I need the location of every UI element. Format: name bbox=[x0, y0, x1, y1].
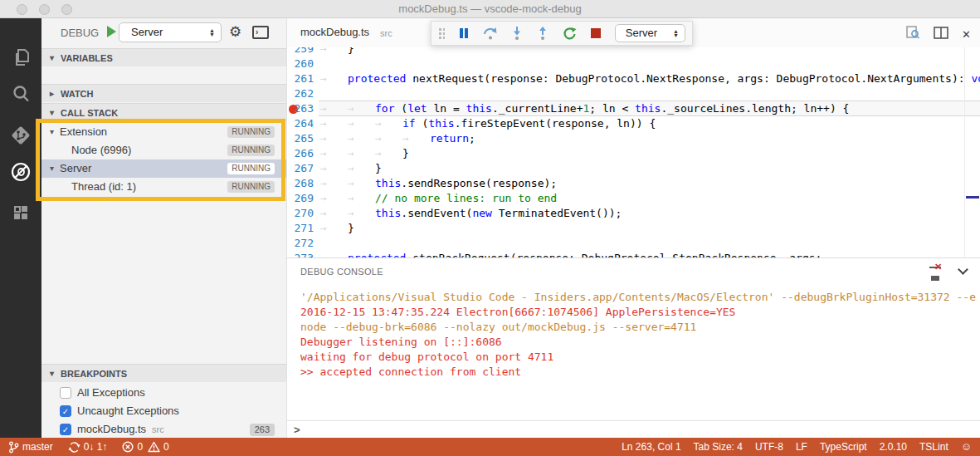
restart-button[interactable] bbox=[562, 26, 577, 41]
configure-gear-icon[interactable]: ⚙ bbox=[229, 24, 241, 41]
errors-item[interactable]: 0 bbox=[122, 438, 143, 456]
line-number: 268 bbox=[287, 176, 314, 191]
toggle-debug-console-icon[interactable]: › bbox=[252, 26, 269, 39]
debug-session-dropdown[interactable]: Server ▲▼ bbox=[615, 24, 685, 42]
call-stack-label: Node (6996) bbox=[71, 141, 131, 159]
console-input-row[interactable]: > bbox=[287, 420, 980, 439]
code-line: 269→→// no more lines: run to end bbox=[287, 191, 980, 206]
line-number: 269 bbox=[287, 191, 314, 206]
section-header-watch[interactable]: ▸ WATCH bbox=[41, 84, 286, 102]
tab-size-indicator[interactable]: Tab Size: 4 bbox=[694, 438, 743, 456]
eol-indicator[interactable]: LF bbox=[796, 438, 807, 456]
tab-whitespace-icon: → bbox=[320, 251, 348, 257]
line-number: 262 bbox=[287, 86, 314, 101]
overview-ruler-marker bbox=[966, 196, 979, 199]
source-control-icon[interactable] bbox=[0, 116, 41, 154]
section-header-call-stack[interactable]: ▾ CALL STACK bbox=[41, 103, 286, 121]
breakpoint-row[interactable]: ✓Uncaught Exceptions bbox=[41, 402, 286, 420]
start-debugging-button[interactable] bbox=[107, 26, 116, 37]
sync-item[interactable]: 0↓ 1↑ bbox=[68, 438, 108, 456]
git-branch-item[interactable]: master bbox=[8, 438, 53, 456]
code-line: 270→→this.sendEvent(new TerminatedEvent(… bbox=[287, 206, 980, 221]
step-out-button[interactable] bbox=[535, 26, 550, 41]
extensions-icon[interactable] bbox=[0, 194, 41, 233]
console-line: node --debug-brk=6086 --nolazy out/mockD… bbox=[300, 320, 977, 335]
console-line: 2016-12-15 13:47:35.224 Electron[6667:10… bbox=[300, 305, 977, 320]
language-indicator[interactable]: TypeScript bbox=[820, 438, 867, 456]
section-header-variables[interactable]: ▾ VARIABLES bbox=[41, 48, 286, 66]
line-number: 265 bbox=[287, 131, 314, 146]
section-header-breakpoints[interactable]: ▾ BREAKPOINTS bbox=[41, 364, 286, 382]
debug-icon[interactable] bbox=[0, 153, 41, 191]
code-line-text: →→→} bbox=[320, 146, 409, 161]
code-line: 262 bbox=[287, 86, 980, 101]
open-preview-icon[interactable] bbox=[905, 25, 920, 43]
twistie-expanded-icon: ▾ bbox=[50, 104, 54, 122]
tab-whitespace-icon: → bbox=[348, 101, 375, 116]
tab-whitespace-icon: → bbox=[348, 161, 375, 176]
tab-whitespace-icon: → bbox=[320, 161, 348, 176]
tab-whitespace-icon: → bbox=[375, 116, 402, 131]
line-number: 273 bbox=[287, 251, 314, 257]
updown-arrows-icon: ▲▼ bbox=[209, 23, 215, 42]
breakpoint-checkbox[interactable]: ✓ bbox=[60, 405, 71, 417]
code-line-text: →} bbox=[320, 47, 354, 56]
tab-whitespace-icon: → bbox=[402, 131, 430, 146]
code-line-text: →→this.sendResponse(response); bbox=[320, 176, 557, 191]
step-over-button[interactable] bbox=[483, 26, 498, 41]
breakpoint-checkbox[interactable]: ✓ bbox=[60, 424, 71, 435]
tab-whitespace-icon: → bbox=[320, 116, 348, 131]
activity-bar bbox=[0, 18, 41, 438]
twistie-collapsed-icon: ▸ bbox=[50, 85, 54, 103]
twistie-expanded-icon: ▾ bbox=[50, 123, 54, 141]
line-col-indicator[interactable]: Ln 263, Col 1 bbox=[622, 438, 680, 456]
code-line: 263→→for (let ln = this._currentLine+1; … bbox=[287, 101, 980, 116]
editor-tab[interactable]: mockDebug.ts bbox=[300, 26, 369, 38]
breakpoint-row[interactable]: All Exceptions bbox=[41, 384, 286, 402]
pause-button[interactable] bbox=[456, 26, 471, 41]
twistie-expanded-icon: ▾ bbox=[50, 159, 54, 178]
feedback-smiley-icon[interactable]: ☺ bbox=[961, 438, 972, 456]
breakpoint-line-badge: 263 bbox=[250, 424, 275, 436]
code-area[interactable]: 259→}260261→protected nextRequest(respon… bbox=[287, 47, 980, 257]
drag-handle-icon[interactable] bbox=[438, 27, 445, 39]
editor-tab-detail: src bbox=[380, 28, 392, 38]
call-stack-row[interactable]: ▾ServerRUNNING bbox=[41, 159, 286, 178]
explorer-icon[interactable] bbox=[0, 38, 41, 76]
call-stack-row[interactable]: Node (6996)RUNNING bbox=[41, 141, 286, 159]
tab-whitespace-icon: → bbox=[320, 206, 348, 221]
encoding-indicator[interactable]: UTF-8 bbox=[755, 438, 783, 456]
code-line: 259→} bbox=[287, 47, 980, 56]
call-stack-row[interactable]: ▾ExtensionRUNNING bbox=[41, 123, 286, 141]
running-badge: RUNNING bbox=[227, 163, 275, 174]
breakpoint-checkbox[interactable] bbox=[60, 387, 71, 399]
collapse-panel-icon[interactable] bbox=[958, 264, 968, 275]
clear-console-icon[interactable]: ✕ bbox=[929, 265, 943, 277]
code-line: 265→→→→return; bbox=[287, 131, 980, 146]
tab-whitespace-icon: → bbox=[320, 101, 348, 116]
line-number: 261 bbox=[287, 71, 314, 86]
warnings-item[interactable]: 0 bbox=[148, 438, 169, 456]
console-prompt: > bbox=[294, 424, 300, 436]
tab-whitespace-icon: → bbox=[320, 146, 348, 161]
call-stack-row[interactable]: Thread (id: 1)RUNNING bbox=[41, 178, 286, 196]
status-bar: master 0↓ 1↑ 0 bbox=[0, 438, 980, 456]
line-number: 272 bbox=[287, 236, 314, 251]
debug-sidebar-toolbar: DEBUG Server ▲▼ ⚙ › bbox=[41, 18, 286, 47]
close-editor-icon[interactable]: ✕ bbox=[962, 28, 971, 41]
tab-whitespace-icon: → bbox=[348, 206, 375, 221]
warning-icon bbox=[148, 441, 160, 453]
split-editor-icon[interactable] bbox=[934, 27, 948, 42]
tslint-indicator[interactable]: TSLint bbox=[919, 438, 948, 456]
code-line-text: →} bbox=[320, 221, 354, 236]
tab-whitespace-icon: → bbox=[320, 176, 348, 191]
step-into-button[interactable] bbox=[510, 26, 524, 41]
panel-title: DEBUG CONSOLE bbox=[300, 267, 383, 277]
line-number: 266 bbox=[287, 146, 314, 161]
breakpoint-row[interactable]: ✓mockDebug.tssrc263 bbox=[41, 420, 286, 439]
search-icon[interactable] bbox=[0, 75, 41, 113]
code-line-text: →protected stepBackRequest(response: Deb… bbox=[320, 251, 822, 257]
stop-button[interactable] bbox=[588, 26, 603, 41]
version-indicator[interactable]: 2.0.10 bbox=[880, 438, 907, 456]
launch-config-dropdown[interactable]: Server ▲▼ bbox=[119, 22, 222, 42]
